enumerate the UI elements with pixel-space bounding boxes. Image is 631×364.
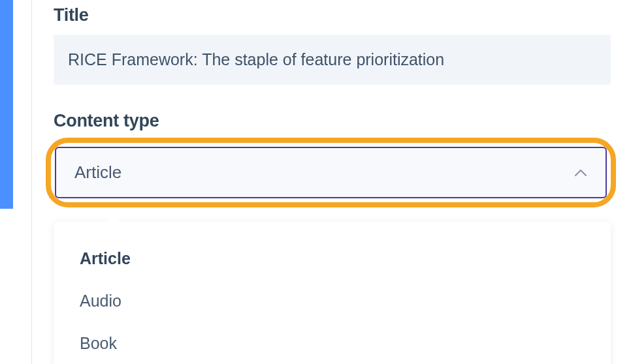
form-content: Title Content type Article [54,0,611,207]
dropdown-option-book[interactable]: Book [54,322,611,364]
content-type-select[interactable]: Article [55,147,607,198]
content-type-dropdown: Article Audio Book [54,222,611,364]
chevron-up-icon [574,169,587,177]
content-type-selected-value: Article [74,162,121,183]
title-label: Title [54,5,611,25]
dropdown-pointer [107,216,120,222]
dropdown-option-article[interactable]: Article [54,237,611,280]
highlight-annotation: Article [46,138,616,207]
title-input[interactable] [54,35,611,85]
left-accent-bar [0,0,13,209]
vertical-divider [31,0,32,364]
dropdown-option-audio[interactable]: Audio [54,280,611,322]
content-type-label: Content type [54,111,611,131]
